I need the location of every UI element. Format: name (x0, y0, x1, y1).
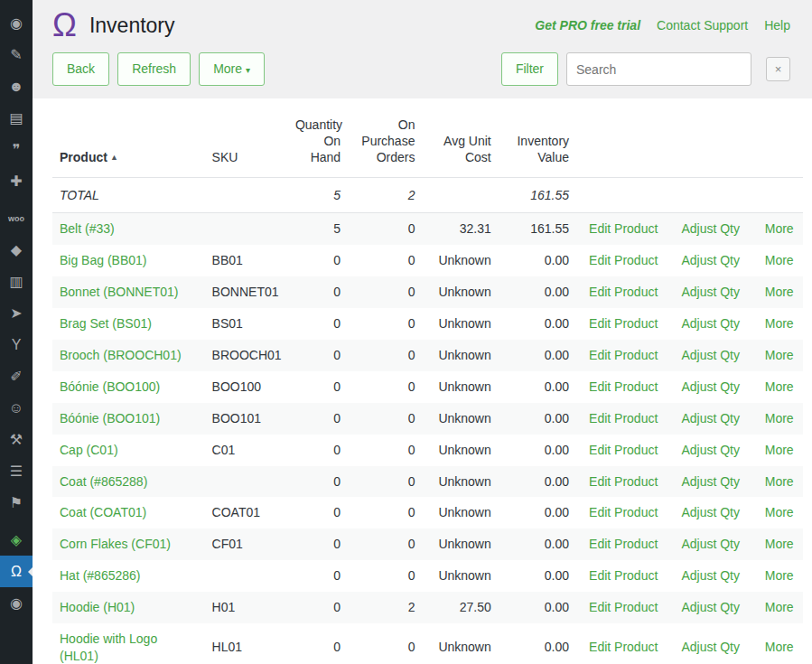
menu-security[interactable]: ◈ (0, 524, 33, 556)
menu-pages[interactable]: ▤ (0, 102, 33, 134)
total-sku-cell (205, 177, 288, 213)
row-more-link[interactable]: More (765, 411, 794, 426)
table-row: Cap (C01) C01 0 0 Unknown 0.00 Edit Prod… (52, 435, 803, 466)
adjust-qty-link[interactable]: Adjust Qty (681, 640, 740, 654)
product-link[interactable]: Coat (#865288) (60, 474, 147, 489)
adjust-qty-link[interactable]: Adjust Qty (681, 285, 740, 299)
menu-comments[interactable]: ❞ (0, 134, 33, 165)
inventory-value-cell: 0.00 (499, 592, 576, 623)
back-button[interactable]: Back (52, 52, 109, 85)
row-more-link[interactable]: More (765, 379, 794, 394)
product-link[interactable]: Big Bag (BB01) (60, 253, 147, 267)
get-pro-link[interactable]: Get PRO free trial (535, 18, 640, 33)
product-link[interactable]: Bonnet (BONNET01) (60, 285, 179, 299)
row-more-link[interactable]: More (765, 221, 794, 236)
adjust-qty-link[interactable]: Adjust Qty (681, 505, 740, 519)
adjust-qty-link[interactable]: Adjust Qty (681, 379, 740, 394)
menu-marketing[interactable]: ➤ (0, 297, 33, 329)
collapse-menu[interactable]: ◉ (0, 587, 33, 619)
col-avg-unit-cost[interactable]: Avg Unit Cost (422, 98, 498, 177)
edit-product-link[interactable]: Edit Product (589, 443, 658, 457)
menu-plugins[interactable]: ✚ (0, 165, 33, 197)
edit-product-link[interactable]: Edit Product (589, 505, 658, 519)
row-more-link[interactable]: More (765, 640, 794, 654)
table-row: Coat (COAT01) COAT01 0 0 Unknown 0.00 Ed… (52, 497, 803, 528)
product-link[interactable]: Coat (COAT01) (60, 505, 146, 519)
row-more-link[interactable]: More (765, 537, 794, 551)
menu-seo[interactable]: Y (0, 329, 33, 360)
row-more-link[interactable]: More (765, 316, 794, 331)
main-area: Ω Inventory Get PRO free trial Contact S… (33, 0, 812, 664)
menu-woocommerce[interactable]: woo (0, 202, 33, 234)
edit-product-link[interactable]: Edit Product (589, 568, 658, 583)
help-link[interactable]: Help (764, 18, 790, 33)
menu-members[interactable]: ☻ (0, 70, 33, 102)
product-link[interactable]: Bóónie (BOO100) (60, 379, 160, 394)
adjust-qty-link[interactable]: Adjust Qty (681, 316, 740, 331)
menu-settings[interactable]: ☰ (0, 455, 33, 487)
product-link[interactable]: Hat (#865286) (60, 568, 141, 583)
col-sku[interactable]: SKU (205, 98, 288, 177)
adjust-qty-link[interactable]: Adjust Qty (681, 443, 740, 457)
adjust-qty-link[interactable]: Adjust Qty (681, 537, 740, 551)
col-inventory-value[interactable]: Inventory Value (499, 98, 576, 177)
menu-tools[interactable]: ⚒ (0, 424, 33, 455)
adjust-qty-link[interactable]: Adjust Qty (681, 253, 740, 267)
filter-button[interactable]: Filter (501, 52, 558, 85)
row-more-link[interactable]: More (765, 505, 794, 519)
edit-product-link[interactable]: Edit Product (589, 600, 658, 614)
col-quantity-on-hand[interactable]: Quantity On Hand (288, 98, 348, 177)
menu-dashboard[interactable]: ◉ (0, 7, 33, 39)
contact-support-link[interactable]: Contact Support (657, 18, 748, 33)
edit-product-link[interactable]: Edit Product (589, 316, 658, 331)
edit-product-link[interactable]: Edit Product (589, 253, 658, 267)
menu-analytics[interactable]: ▥ (0, 266, 33, 297)
edit-product-link[interactable]: Edit Product (589, 640, 658, 654)
row-more-link[interactable]: More (765, 285, 794, 299)
menu-posts[interactable]: ✎ (0, 39, 33, 70)
menu-mail[interactable]: ⚑ (0, 487, 33, 519)
edit-product-link[interactable]: Edit Product (589, 537, 658, 551)
adjust-qty-link[interactable]: Adjust Qty (681, 600, 740, 614)
product-link[interactable]: Hoodie with Logo (HL01) (60, 631, 157, 663)
product-link[interactable]: Corn Flakes (CF01) (60, 537, 171, 551)
col-on-purchase-orders[interactable]: On Purchase Orders (348, 98, 422, 177)
edit-product-link[interactable]: Edit Product (589, 379, 658, 394)
more-button[interactable]: More▾ (199, 52, 265, 85)
product-link[interactable]: Bóónie (BOO101) (60, 411, 160, 426)
edit-product-link[interactable]: Edit Product (589, 348, 658, 362)
table-row: Bóónie (BOO101) BOO101 0 0 Unknown 0.00 … (52, 403, 803, 435)
adjust-qty-link[interactable]: Adjust Qty (681, 568, 740, 583)
users-icon: ☻ (9, 79, 24, 95)
menu-appearance[interactable]: ✐ (0, 360, 33, 392)
product-link[interactable]: Hoodie (H01) (60, 600, 135, 614)
product-link[interactable]: Brooch (BROOCH01) (60, 348, 182, 362)
qty-on-hand-cell: 0 (288, 308, 348, 340)
row-more-link[interactable]: More (765, 568, 794, 583)
menu-products[interactable]: ◆ (0, 234, 33, 266)
edit-product-link[interactable]: Edit Product (589, 474, 658, 489)
edit-product-link[interactable]: Edit Product (589, 221, 658, 236)
col-product[interactable]: Product▲ (52, 98, 205, 177)
clear-search-button[interactable]: × (766, 57, 790, 81)
table-header-row: Product▲ SKU Quantity On Hand On Purchas… (52, 98, 803, 177)
table-row: Bonnet (BONNET01) BONNET01 0 0 Unknown 0… (52, 276, 803, 308)
row-more-link[interactable]: More (765, 443, 794, 457)
edit-product-link[interactable]: Edit Product (589, 285, 658, 299)
row-more-link[interactable]: More (765, 474, 794, 489)
adjust-qty-link[interactable]: Adjust Qty (681, 221, 740, 236)
row-more-link[interactable]: More (765, 600, 794, 614)
refresh-button[interactable]: Refresh (117, 52, 191, 85)
row-more-link[interactable]: More (765, 253, 794, 267)
row-more-link[interactable]: More (765, 348, 794, 362)
menu-profile[interactable]: ☺ (0, 392, 33, 424)
adjust-qty-link[interactable]: Adjust Qty (681, 348, 740, 362)
menu-inventory[interactable]: Ω (0, 556, 33, 587)
product-link[interactable]: Brag Set (BS01) (60, 316, 152, 331)
product-link[interactable]: Belt (#33) (60, 221, 115, 236)
edit-product-link[interactable]: Edit Product (589, 411, 658, 426)
product-link[interactable]: Cap (C01) (60, 443, 118, 457)
adjust-qty-link[interactable]: Adjust Qty (681, 411, 740, 426)
search-input[interactable] (566, 52, 751, 86)
adjust-qty-link[interactable]: Adjust Qty (681, 474, 740, 489)
